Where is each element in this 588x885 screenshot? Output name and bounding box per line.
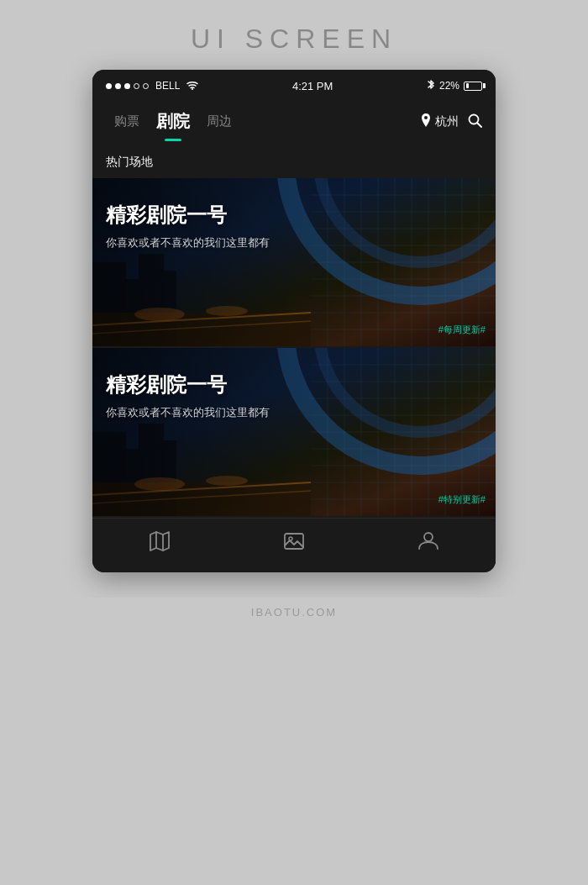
wifi-icon — [186, 80, 198, 92]
svg-line-3 — [478, 123, 482, 127]
svg-point-73 — [424, 533, 433, 541]
signal-dot-1 — [106, 83, 112, 89]
card-tag-2: #特别更新# — [438, 493, 486, 506]
signal-dot-3 — [124, 83, 130, 89]
svg-point-0 — [192, 88, 193, 90]
battery-fill — [466, 83, 470, 88]
signal-dot-4 — [134, 83, 139, 89]
status-time: 4:21 PM — [292, 80, 333, 92]
card-tag-1: #每周更新# — [438, 324, 486, 336]
signal-dot-5 — [143, 83, 149, 89]
status-right: 22% — [427, 79, 482, 93]
location-icon — [420, 113, 432, 129]
svg-point-2 — [470, 114, 479, 124]
image-icon — [283, 530, 305, 557]
watermark-text: IBAOTU.COM — [251, 606, 337, 619]
card-subtitle-1: 你喜欢或者不喜欢的我们这里都有 — [106, 235, 482, 250]
tab-buy[interactable]: 购票 — [106, 110, 148, 133]
carrier-label: BELL — [155, 80, 180, 92]
battery-icon — [464, 82, 482, 91]
phone-frame: BELL 4:21 PM 22% — [92, 70, 496, 572]
tab-theater[interactable]: 剧院 — [148, 107, 198, 136]
watermark-area: IBAOTU.COM — [0, 598, 588, 635]
status-left: BELL — [106, 80, 198, 92]
battery-percent: 22% — [439, 80, 459, 92]
bottom-nav-image[interactable] — [227, 530, 361, 557]
hot-venues-label: 热门场地 — [106, 155, 153, 168]
bottom-nav — [92, 518, 496, 572]
user-icon — [417, 530, 439, 557]
card-title-1: 精彩剧院一号 — [106, 202, 482, 229]
signal-dot-2 — [115, 83, 121, 89]
card-content-2: 精彩剧院一号 你喜欢或者不喜欢的我们这里都有 — [92, 348, 496, 516]
bottom-nav-map[interactable] — [92, 530, 227, 557]
card-title-2: 精彩剧院一号 — [106, 371, 482, 398]
svg-rect-71 — [285, 534, 303, 549]
nav-right: 杭州 — [420, 113, 482, 131]
section-label: 热门场地 — [92, 146, 496, 178]
map-icon — [149, 530, 171, 557]
card-subtitle-2: 你喜欢或者不喜欢的我们这里都有 — [106, 405, 482, 420]
nav-tabs: 购票 剧院 周边 — [106, 107, 420, 136]
nav-bar: 购票 剧院 周边 杭州 — [92, 100, 496, 146]
page-title: UI SCREEN — [191, 24, 397, 54]
tab-nearby[interactable]: 周边 — [198, 110, 240, 133]
page-title-area: UI SCREEN — [0, 0, 588, 70]
theater-card-1[interactable]: 精彩剧院一号 你喜欢或者不喜欢的我们这里都有 #每周更新# — [92, 178, 496, 346]
bottom-nav-user[interactable] — [361, 530, 496, 557]
svg-point-1 — [424, 116, 428, 119]
svg-marker-68 — [150, 532, 169, 550]
nav-location[interactable]: 杭州 — [420, 113, 459, 129]
search-icon[interactable] — [467, 113, 482, 131]
location-label: 杭州 — [435, 114, 459, 129]
bluetooth-icon — [427, 79, 435, 93]
theater-card-2[interactable]: 精彩剧院一号 你喜欢或者不喜欢的我们这里都有 #特别更新# — [92, 348, 496, 516]
status-bar: BELL 4:21 PM 22% — [92, 70, 496, 100]
card-content-1: 精彩剧院一号 你喜欢或者不喜欢的我们这里都有 — [92, 178, 496, 346]
